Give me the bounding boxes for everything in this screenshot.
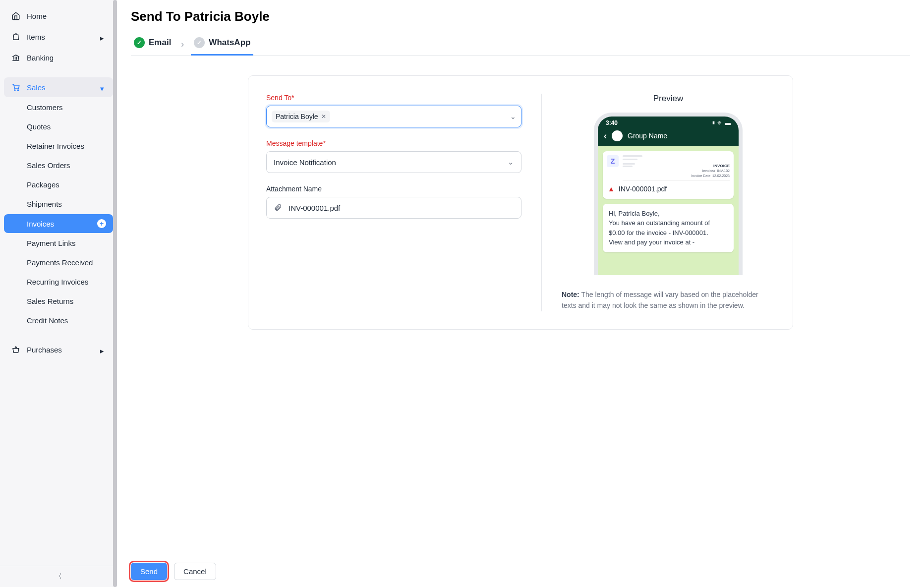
tabs: ✓ Email › ✓ WhatsApp <box>131 33 910 56</box>
nav-banking-label: Banking <box>27 54 54 62</box>
nav-purchases-label: Purchases <box>27 346 62 354</box>
cart-icon <box>11 82 21 92</box>
preview-filename: INV-000001.pdf <box>619 185 667 193</box>
chevron-right-icon: ▸ <box>100 34 106 40</box>
nav-sales-label: Sales <box>27 83 46 92</box>
nav-invoices[interactable]: Invoices + <box>4 214 113 233</box>
tab-whatsapp[interactable]: ✓ WhatsApp <box>191 33 253 55</box>
nav-home[interactable]: Home <box>4 6 113 26</box>
send-to-input[interactable]: Patricia Boyle ✕ ⌄ <box>266 106 521 127</box>
check-icon: ✓ <box>194 37 205 48</box>
attachment-label: Attachment Name <box>266 185 521 193</box>
form-card: Send To* Patricia Boyle ✕ ⌄ Message temp… <box>248 75 793 330</box>
nav-customers[interactable]: Customers <box>4 98 113 117</box>
nav-sales-orders[interactable]: Sales Orders <box>4 156 113 175</box>
basket-icon <box>11 345 21 354</box>
phone-preview: 3:40 ▮ ᯤ ▬ ‹ Group Name Z <box>594 113 743 275</box>
nav-payment-links[interactable]: Payment Links <box>4 234 113 252</box>
tab-email[interactable]: ✓ Email <box>131 33 174 55</box>
nav-credit-notes[interactable]: Credit Notes <box>4 311 113 330</box>
nav-items[interactable]: Items ▸ <box>4 27 113 47</box>
group-name: Group Name <box>628 132 667 140</box>
svg-point-0 <box>14 90 15 91</box>
chevron-down-icon: ▾ <box>100 84 106 90</box>
nav-shipments[interactable]: Shipments <box>4 195 113 213</box>
home-icon <box>11 11 21 21</box>
cancel-button[interactable]: Cancel <box>174 563 216 580</box>
send-to-text-input[interactable] <box>333 113 507 120</box>
preview-message: Hi, Patricia Boyle, You have an outstand… <box>603 204 734 252</box>
nav-purchases[interactable]: Purchases ▸ <box>4 340 113 359</box>
template-select[interactable]: Invoice Notification ⌄ <box>266 151 521 173</box>
remove-chip-icon[interactable]: ✕ <box>321 113 326 120</box>
page-title: Send To Patricia Boyle <box>131 9 910 24</box>
check-icon: ✓ <box>134 37 145 48</box>
paperclip-icon <box>274 203 282 212</box>
preview-note: Note: The length of message will vary ba… <box>562 289 775 311</box>
nav-items-label: Items <box>27 33 45 41</box>
nav-retainer[interactable]: Retainer Invoices <box>4 137 113 155</box>
action-bar: Send Cancel <box>117 556 924 587</box>
template-label: Message template* <box>266 139 521 147</box>
nav-recurring[interactable]: Recurring Invoices <box>4 273 113 291</box>
pdf-icon: ▲ <box>608 185 615 193</box>
svg-point-1 <box>17 90 18 91</box>
chevron-down-icon: ⌄ <box>508 158 514 167</box>
app-icon: Z <box>607 155 619 167</box>
chevron-left-icon: 〈 <box>55 572 62 580</box>
bank-icon <box>11 53 21 62</box>
sidebar-collapse[interactable]: 〈 <box>0 566 117 587</box>
nav-sales[interactable]: Sales ▾ <box>4 77 113 97</box>
sidebar: Home Items ▸ Banking Sales ▾ Customers Q… <box>0 0 117 587</box>
avatar-icon <box>612 130 623 141</box>
chevron-down-icon[interactable]: ⌄ <box>510 113 516 120</box>
chevron-right-icon: ▸ <box>100 347 106 352</box>
chevron-right-icon: › <box>181 39 184 50</box>
preview-title: Preview <box>562 94 775 104</box>
nav-sales-returns[interactable]: Sales Returns <box>4 292 113 310</box>
add-invoice-icon[interactable]: + <box>97 219 106 228</box>
send-to-label: Send To* <box>266 94 521 102</box>
nav-payments-received[interactable]: Payments Received <box>4 253 113 272</box>
nav-packages[interactable]: Packages <box>4 176 113 194</box>
nav-home-label: Home <box>27 12 47 20</box>
phone-time: 3:40 <box>606 119 618 126</box>
invoice-thumbnail: INVOICE Invoice# INV-102 Invoice Date 12… <box>623 155 730 181</box>
recipient-chip: Patricia Boyle ✕ <box>272 111 330 122</box>
main: Send To Patricia Boyle ✓ Email › ✓ Whats… <box>117 0 924 587</box>
nav-banking[interactable]: Banking <box>4 48 113 67</box>
signal-icon: ▮ ᯤ ▬ <box>712 119 731 126</box>
back-icon: ‹ <box>604 131 607 141</box>
attachment-field: INV-000001.pdf <box>266 197 521 219</box>
bag-icon <box>11 32 21 42</box>
send-button[interactable]: Send <box>131 563 167 580</box>
nav-quotes[interactable]: Quotes <box>4 117 113 136</box>
